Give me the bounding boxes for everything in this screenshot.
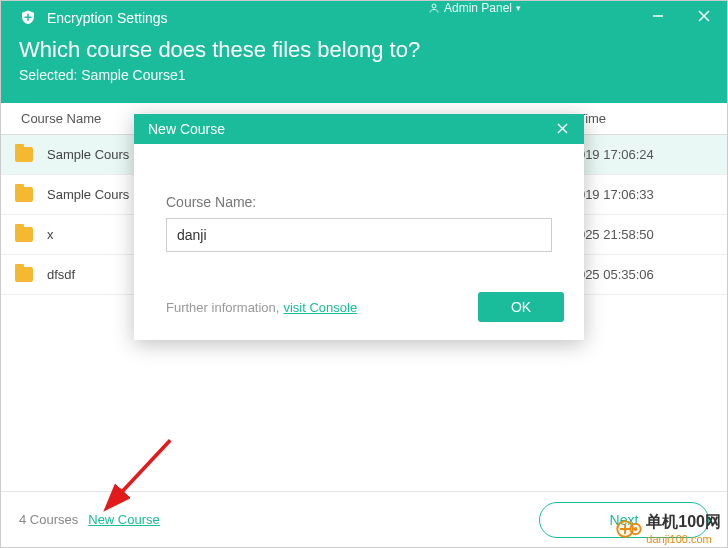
dialog-title: New Course <box>148 121 225 137</box>
new-course-dialog: New Course Course Name: Further informat… <box>134 114 584 340</box>
course-name-input[interactable] <box>166 218 552 252</box>
course-name-label: Course Name: <box>166 194 552 210</box>
minimize-icon <box>652 10 664 22</box>
title-bar: Encryption Settings Admin Panel ▾ Which … <box>1 1 727 103</box>
ok-button[interactable]: OK <box>478 292 564 322</box>
close-icon <box>557 123 568 134</box>
ok-button-label: OK <box>511 299 531 315</box>
dialog-close-button[interactable] <box>550 121 574 137</box>
selected-value: Sample Course1 <box>81 67 185 83</box>
footer-bar: 4 Courses New Course Next <box>1 491 727 547</box>
svg-line-6 <box>118 440 170 496</box>
shield-icon <box>19 9 37 27</box>
next-button-label: Next <box>610 512 639 528</box>
folder-icon <box>15 267 33 282</box>
page-question: Which course does these files belong to? <box>19 37 709 63</box>
course-count: 4 Courses <box>19 512 78 527</box>
chevron-down-icon: ▾ <box>516 3 521 13</box>
window-close-button[interactable] <box>681 1 727 31</box>
app-title: Encryption Settings <box>47 10 168 26</box>
next-button[interactable]: Next <box>539 502 709 538</box>
folder-icon <box>15 187 33 202</box>
close-icon <box>698 10 710 22</box>
selected-prefix: Selected: <box>19 67 81 83</box>
window-minimize-button[interactable] <box>635 1 681 31</box>
visit-console-link[interactable]: visit Console <box>283 300 357 315</box>
selected-line: Selected: Sample Course1 <box>19 67 709 83</box>
folder-icon <box>15 227 33 242</box>
user-icon <box>428 2 440 14</box>
admin-panel-link[interactable]: Admin Panel ▾ <box>422 0 527 17</box>
window-controls <box>635 1 727 31</box>
admin-panel-label: Admin Panel <box>444 1 512 15</box>
titlebar-top: Encryption Settings <box>19 1 709 35</box>
dialog-footer: Further information, visit Console OK <box>134 270 584 340</box>
new-course-link[interactable]: New Course <box>88 512 160 527</box>
folder-icon <box>15 147 33 162</box>
further-info-text: Further information, <box>166 300 279 315</box>
svg-point-0 <box>432 4 436 8</box>
dialog-body: Course Name: <box>134 144 584 270</box>
dialog-titlebar: New Course <box>134 114 584 144</box>
